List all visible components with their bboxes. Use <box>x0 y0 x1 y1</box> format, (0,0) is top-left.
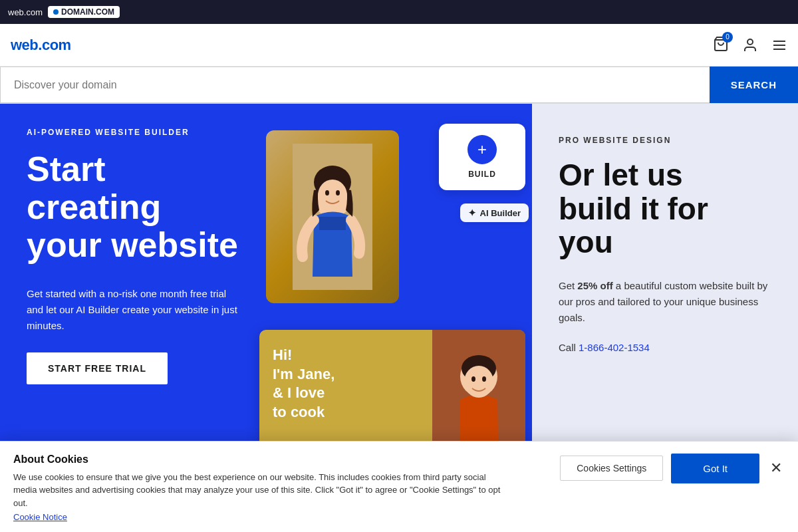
top-navigation-bar: web.com DOMAIN.COM <box>0 0 798 24</box>
cookie-title: About Cookies <box>13 454 560 466</box>
cookies-settings-button[interactable]: Cookies Settings <box>560 456 663 481</box>
pro-desc-bold: 25% off <box>577 280 612 291</box>
domain-dot-icon <box>53 9 59 15</box>
cookie-buttons: Cookies Settings Got It ✕ <box>560 454 785 483</box>
svg-point-15 <box>471 376 475 382</box>
search-bar: SEARCH <box>0 66 798 104</box>
domain-tab[interactable]: DOMAIN.COM <box>48 6 120 18</box>
svg-point-10 <box>336 190 340 196</box>
pro-title-line3: you <box>559 225 613 259</box>
pro-cta-call: Call <box>559 342 579 353</box>
webcom-tab[interactable]: web.com <box>8 7 43 17</box>
svg-point-8 <box>318 180 347 211</box>
pro-title-line1: Or let us <box>559 158 683 192</box>
sparkle-icon: ✦ <box>468 207 476 218</box>
cart-icon-wrap[interactable]: 0 <box>713 36 729 55</box>
photo-card <box>266 130 399 303</box>
person-silhouette-svg <box>293 144 372 290</box>
pro-title: Or let us build it for you <box>559 158 771 259</box>
start-free-trial-button[interactable]: START FREE TRIAL <box>27 352 168 384</box>
hero-title-line3: your website <box>27 225 238 264</box>
cart-badge: 0 <box>722 32 733 43</box>
cookie-text: We use cookies to ensure that we give yo… <box>13 471 505 510</box>
build-plus-button[interactable]: + <box>467 135 497 164</box>
user-icon[interactable] <box>742 37 758 53</box>
domain-tab-label: DOMAIN.COM <box>61 7 114 17</box>
hero-title-line2: creating <box>27 188 161 226</box>
hero-description: Get started with a no-risk one month fre… <box>27 286 239 334</box>
pro-cta: Call 1-866-402-1534 <box>559 342 771 353</box>
svg-point-9 <box>325 190 329 196</box>
cookie-notice-link[interactable]: Cookie Notice <box>13 512 67 522</box>
build-card[interactable]: + BUILD <box>439 124 525 190</box>
hero-title-line1: Start <box>27 150 105 188</box>
cookie-top-row: About Cookies We use cookies to ensure t… <box>13 454 785 523</box>
ai-builder-badge: ✦ AI Builder <box>460 203 529 222</box>
got-it-button[interactable]: Got It <box>671 454 759 483</box>
pro-phone-link[interactable]: 1-866-402-1534 <box>579 342 650 353</box>
svg-point-1 <box>747 39 753 45</box>
pro-desc-before: Get <box>559 280 577 291</box>
website-preview-title: Hi!I'm Jane,& I loveto cook <box>273 346 419 422</box>
build-label: BUILD <box>468 170 496 179</box>
pro-description: Get 25% off a beautiful custom website b… <box>559 278 771 326</box>
pro-label: PRO WEBSITE DESIGN <box>559 136 771 145</box>
main-header: web.com 0 <box>0 24 798 66</box>
search-button[interactable]: SEARCH <box>710 66 798 103</box>
header-icons: 0 <box>713 36 787 55</box>
cookie-close-button[interactable]: ✕ <box>767 461 785 475</box>
svg-point-16 <box>482 376 486 382</box>
cookie-banner: About Cookies We use cookies to ensure t… <box>0 441 798 533</box>
menu-icon[interactable] <box>771 37 787 53</box>
svg-point-14 <box>464 366 493 398</box>
site-logo[interactable]: web.com <box>11 37 71 54</box>
pro-title-line2: build it for <box>559 192 708 226</box>
search-input[interactable] <box>0 66 710 103</box>
cookie-content: About Cookies We use cookies to ensure t… <box>13 454 560 523</box>
ai-builder-label: AI Builder <box>480 208 521 218</box>
